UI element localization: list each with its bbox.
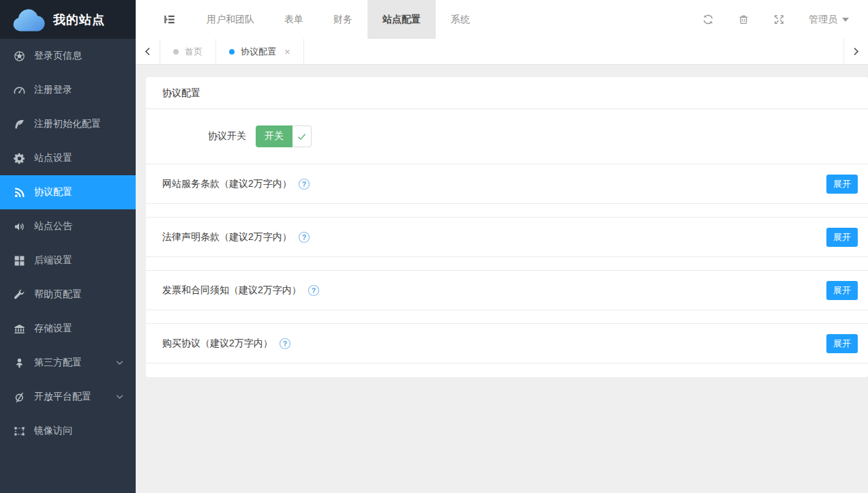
nav-item-label: 用户和团队 (207, 14, 254, 26)
sidebar-item-label: 站点设置 (34, 152, 72, 164)
svg-text:?: ? (312, 286, 316, 294)
sidebar-item-open-platform-config[interactable]: 开放平台配置 (0, 380, 136, 414)
tab-label: 协议配置 (241, 46, 276, 58)
section-label: 购买协议（建议2万字内） (162, 338, 273, 350)
sidebar-item-backend-settings[interactable]: 后端设置 (0, 243, 136, 278)
close-icon[interactable]: × (284, 46, 290, 57)
circle-slash-icon (14, 391, 25, 403)
caret-down-icon (842, 18, 849, 22)
site-title: 我的站点 (53, 12, 105, 28)
question-circle-icon[interactable]: ? (279, 338, 291, 350)
wrench-icon (14, 289, 25, 301)
object-group-icon (14, 425, 25, 437)
sidebar-item-label: 开放平台配置 (34, 391, 91, 403)
sidebar-item-label: 后端设置 (34, 254, 72, 267)
tab-strip: 首页 协议配置 × (136, 39, 868, 65)
check-icon (297, 133, 306, 140)
section-legal-statement: 法律声明条款（建议2万字内） ? 展开 (146, 218, 868, 271)
switch-checked-box[interactable] (293, 125, 312, 147)
nav-item-label: 表单 (284, 14, 303, 26)
section-website-terms: 网站服务条款（建议2万字内） ? 展开 (146, 164, 868, 218)
protocol-switch-row: 协议开关 开关 (146, 109, 868, 164)
expand-button[interactable]: 展开 (826, 334, 858, 353)
nav-item-label: 财务 (333, 14, 353, 26)
switch-on-button[interactable]: 开关 (256, 125, 293, 147)
sidebar-item-label: 注册登录 (34, 84, 72, 96)
speaker-icon (14, 221, 25, 233)
sidebar-item-login-page-info[interactable]: 登录页信息 (0, 39, 136, 73)
sidebar: 我的站点 登录页信息 (0, 0, 136, 493)
question-circle-icon[interactable]: ? (308, 284, 320, 297)
sidebar-item-site-settings[interactable]: 站点设置 (0, 141, 136, 175)
site-logo: 我的站点 (0, 0, 136, 39)
protocol-switch-label: 协议开关 (146, 130, 246, 143)
sidebar-item-third-party-config[interactable]: 第三方配置 (0, 346, 136, 380)
sidebar-menu: 登录页信息 注册登录 注册初始化配置 (0, 39, 136, 493)
rss-icon (14, 187, 25, 198)
collapse-sidebar-icon[interactable] (164, 14, 175, 25)
collapsed-content (146, 257, 868, 271)
main-area: 用户和团队 表单 财务 站点配置 系统 (136, 0, 868, 493)
sidebar-item-storage-settings[interactable]: 存储设置 (0, 312, 136, 346)
section-purchase-agreement: 购买协议（建议2万字内） ? 展开 (146, 324, 868, 377)
question-circle-icon[interactable]: ? (298, 178, 310, 190)
sidebar-item-label: 帮助页配置 (34, 288, 82, 301)
nav-item-label: 站点配置 (383, 14, 421, 26)
collapsed-content (146, 363, 868, 377)
sidebar-item-label: 注册初始化配置 (34, 118, 101, 130)
content-area: 协议配置 协议开关 开关 网站服务条款（建议2万字内） (136, 65, 868, 493)
tabs-scroll-left-button[interactable] (136, 39, 160, 64)
svg-text:?: ? (283, 339, 287, 347)
section-label: 法律声明条款（建议2万字内） (162, 231, 292, 243)
tabs-scroll-right-button[interactable] (843, 39, 868, 64)
football-icon (14, 50, 25, 62)
nav-item-forms[interactable]: 表单 (269, 0, 318, 39)
nav-item-site-config[interactable]: 站点配置 (368, 0, 436, 39)
nav-item-users-teams[interactable]: 用户和团队 (192, 0, 269, 39)
tab-protocol-config[interactable]: 协议配置 × (216, 39, 304, 64)
top-bar: 用户和团队 表单 财务 站点配置 系统 (136, 0, 868, 39)
chevron-down-icon (116, 394, 123, 400)
refresh-icon[interactable] (702, 14, 714, 25)
sidebar-item-register-login[interactable]: 注册登录 (0, 73, 136, 107)
section-row: 发票和合同须知（建议2万字内） ? 展开 (146, 271, 868, 310)
expand-button[interactable]: 展开 (826, 228, 858, 247)
question-circle-icon[interactable]: ? (298, 231, 310, 243)
section-row: 法律声明条款（建议2万字内） ? 展开 (146, 218, 868, 257)
expand-button[interactable]: 展开 (826, 175, 858, 194)
sidebar-item-mirror-access[interactable]: 镜像访问 (0, 414, 136, 448)
nav-item-system[interactable]: 系统 (436, 0, 485, 39)
bank-icon (14, 323, 25, 335)
sidebar-item-help-page-config[interactable]: 帮助页配置 (0, 278, 136, 312)
collapsed-content (146, 310, 868, 324)
section-row: 网站服务条款（建议2万字内） ? 展开 (146, 164, 868, 204)
user-menu[interactable]: 管理员 (809, 14, 849, 26)
sidebar-item-label: 镜像访问 (34, 425, 72, 437)
sidebar-item-label: 存储设置 (34, 323, 72, 335)
tab-label: 首页 (185, 46, 203, 58)
nav-item-finance[interactable]: 财务 (318, 0, 368, 39)
topbar-right: 管理员 (702, 14, 868, 26)
sidebar-item-label: 登录页信息 (34, 50, 82, 62)
trash-icon[interactable] (738, 14, 749, 25)
section-invoice-contract-notice: 发票和合同须知（建议2万字内） ? 展开 (146, 271, 868, 324)
app-root: 我的站点 登录页信息 (0, 0, 868, 493)
gauge-icon (14, 85, 25, 96)
tab-home[interactable]: 首页 (160, 39, 216, 64)
sidebar-item-label: 第三方配置 (34, 357, 82, 369)
sidebar-item-protocol-config[interactable]: 协议配置 (0, 175, 136, 209)
gear-icon (14, 153, 25, 164)
protocol-switch-toggle[interactable]: 开关 (256, 125, 312, 147)
protocol-config-card: 协议配置 协议开关 开关 网站服务条款（建议2万字内） (146, 77, 868, 377)
section-label: 网站服务条款（建议2万字内） (162, 178, 292, 190)
expand-button[interactable]: 展开 (826, 281, 858, 300)
svg-text:?: ? (302, 179, 306, 188)
sidebar-item-site-announcement[interactable]: 站点公告 (0, 209, 136, 243)
card-title: 协议配置 (146, 77, 868, 109)
nav-item-label: 系统 (451, 14, 470, 26)
fullscreen-icon[interactable] (773, 14, 785, 25)
sidebar-item-label: 协议配置 (34, 186, 72, 198)
person-icon (14, 357, 25, 369)
sidebar-item-register-init-config[interactable]: 注册初始化配置 (0, 107, 136, 141)
user-name: 管理员 (809, 14, 837, 26)
